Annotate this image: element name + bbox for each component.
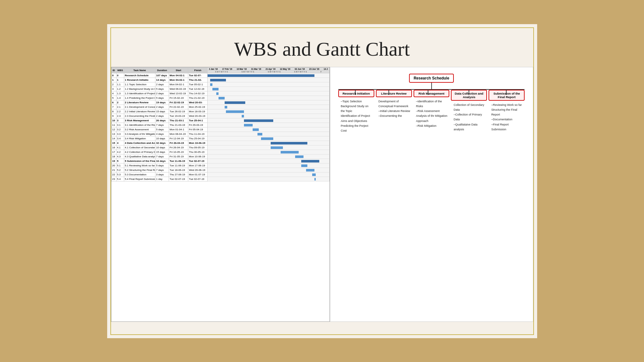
wbs-child-literature-review: Literature Review Development of Concept… <box>376 90 412 135</box>
gantt-cell: 3.2 Risk Assessment <box>124 127 155 132</box>
gantt-cell: 16 <box>111 145 116 150</box>
gantt-cell: 5.1 Reviewing Work so far <box>124 163 155 168</box>
gantt-cell: 26 days <box>155 118 169 123</box>
gantt-cell: Tue 05-02-1 <box>188 82 208 87</box>
gantt-cell: Tue 19-03-19 <box>169 114 188 118</box>
gantt-cell: 3.3 Analysis of thr Mitigation <box>124 132 155 136</box>
gantt-cell: Thu 27-06-19 <box>169 172 188 177</box>
gantt-cell: Tue 11-06-19 <box>169 163 188 168</box>
gantt-cell: 4 <box>116 141 124 145</box>
gantt-cell: 4.1 Collection of Secondary Data <box>124 145 155 150</box>
gantt-cell: 2.1 <box>116 105 124 109</box>
gantt-bar-cell <box>208 127 329 132</box>
gantt-cell: 1.1 Topic Selection <box>124 82 155 87</box>
gantt-cell: 17 <box>111 150 116 154</box>
gantt-cell: 5.4 Final Report Submission <box>124 177 155 181</box>
gantt-cell: 5 Submission of the Final Report <box>124 159 155 163</box>
gantt-cell: 10 <box>111 118 116 123</box>
gantt-cell: 1.2 <box>116 87 124 91</box>
gantt-bar-cell <box>208 109 329 114</box>
gantt-cell: 2 <box>111 82 116 87</box>
gantt-bar-cell <box>208 163 329 168</box>
wbs-child-data-collection: Data Collection and Analysis Collection … <box>451 90 487 135</box>
wbs-items-submission: –Reviewing Work so far Structuring the F… <box>489 101 525 134</box>
wbs-diagram: Research Schedule <box>333 74 530 135</box>
gantt-cell: 3 <box>111 87 116 91</box>
gantt-cell: 5.2 Structuring the Final Report <box>124 168 155 172</box>
gantt-bar <box>257 133 262 135</box>
gantt-cell: 1 <box>116 78 124 82</box>
gantt-bar-cell <box>208 132 329 136</box>
gantt-bar-cell <box>208 96 329 100</box>
gantt-bar <box>244 119 273 122</box>
gantt-cell: Wed 06-02-19 <box>169 87 188 91</box>
gantt-bar <box>253 128 259 131</box>
gantt-cell: Fri 22-02-19 <box>169 105 188 109</box>
gantt-bar-cell <box>208 168 329 172</box>
gantt-cell: 3.2 <box>116 127 124 132</box>
content-area: ID WBS Task Name Duration Start Finish 3… <box>111 67 533 322</box>
gantt-cell: Research Schedule <box>124 73 155 78</box>
gantt-cell: 5 <box>116 159 124 163</box>
gantt-cell: 19 <box>111 159 116 163</box>
gantt-cell: Mon 18-03-19 <box>188 109 208 114</box>
gantt-bar-cell <box>208 145 329 150</box>
gantt-bar <box>301 160 320 162</box>
gantt-bar-cell <box>208 78 329 82</box>
gantt-cell: Fri 22-02-19 <box>169 100 188 105</box>
gantt-bar <box>212 88 219 90</box>
gantt-cell: 107 days <box>155 73 169 78</box>
gantt-cell: 5 <box>111 96 116 100</box>
gantt-bar <box>306 169 314 172</box>
gantt-cell: Wed 13-02-19 <box>169 91 188 96</box>
gantt-bar <box>216 92 219 95</box>
gantt-bar-cell <box>208 82 329 87</box>
horizontal-connector <box>338 89 525 90</box>
wbs-children: Research Initiation –Topic Selection Bac… <box>338 90 525 135</box>
wbs-node-risk-management: Risk Management <box>414 90 450 97</box>
gantt-cell: 3.1 <box>116 123 124 127</box>
wbs-items-research-initiation: –Topic Selection Background Study on the… <box>338 97 374 135</box>
gantt-bar <box>225 101 245 104</box>
gantt-cell: 4 <box>111 91 116 96</box>
gantt-cell: 2 days <box>155 114 169 118</box>
gantt-cell: 23 <box>111 177 116 181</box>
gantt-cell: 1 <box>111 78 116 82</box>
gantt-bar <box>271 142 307 144</box>
gantt-cell: 5.4 <box>116 177 124 181</box>
gantt-cell: 20 <box>111 163 116 168</box>
gantt-section: ID WBS Task Name Duration Start Finish 3… <box>111 67 330 322</box>
gantt-cell: 1.2 Background Study on the Topic <box>124 87 155 91</box>
gantt-cell: 14 days <box>155 78 169 82</box>
gantt-cell: Thu 21-03-1 <box>169 118 188 123</box>
gantt-cell: Wed 26-06-19 <box>188 168 208 172</box>
gantt-cell: Tue 18-06-19 <box>169 168 188 172</box>
gantt-cell: 5.3 Documentation <box>124 172 155 177</box>
wbs-child-submission: Submission of the Final Report –Reviewin… <box>489 90 525 135</box>
gantt-cell: 2 days <box>155 105 169 109</box>
gantt-cell: Tue 02-07- <box>188 73 208 78</box>
gantt-cell: 3.3 <box>116 132 124 136</box>
gantt-cell: Mon 04-02-1 <box>169 82 188 87</box>
gantt-cell: 14 <box>111 136 116 141</box>
gantt-cell: Thu 21-02- <box>188 78 208 82</box>
gantt-bar <box>242 115 244 117</box>
wbs-items-literature-review: Development of Conceptual Framework –Ini… <box>376 97 412 121</box>
gantt-cell: Tue 12-02-19 <box>188 87 208 91</box>
gantt-bar <box>314 178 316 181</box>
gantt-cell: Fri 26-04-19 <box>169 145 188 150</box>
inner-border: WBS and Gantt Chart ID WBS Task Name Dur… <box>110 27 534 335</box>
gantt-bar-cell <box>208 105 329 109</box>
gantt-cell: 22 <box>111 172 116 177</box>
gantt-bar-cell <box>208 114 329 118</box>
gantt-cell: 2.2 Initial Literature Review <box>124 109 155 114</box>
gantt-bar <box>312 173 316 176</box>
gantt-cell: 3 days <box>155 172 169 177</box>
gantt-cell: 3 Risk Management <box>124 118 155 123</box>
gantt-bar <box>271 146 283 149</box>
gantt-cell: 2 <box>116 100 124 105</box>
gantt-bar-cell <box>208 172 329 177</box>
gantt-cell: 5 days <box>155 96 169 100</box>
gantt-cell: Mon 01-04-1 <box>169 127 188 132</box>
gantt-cell: Mon 25-02-19 <box>188 105 208 109</box>
